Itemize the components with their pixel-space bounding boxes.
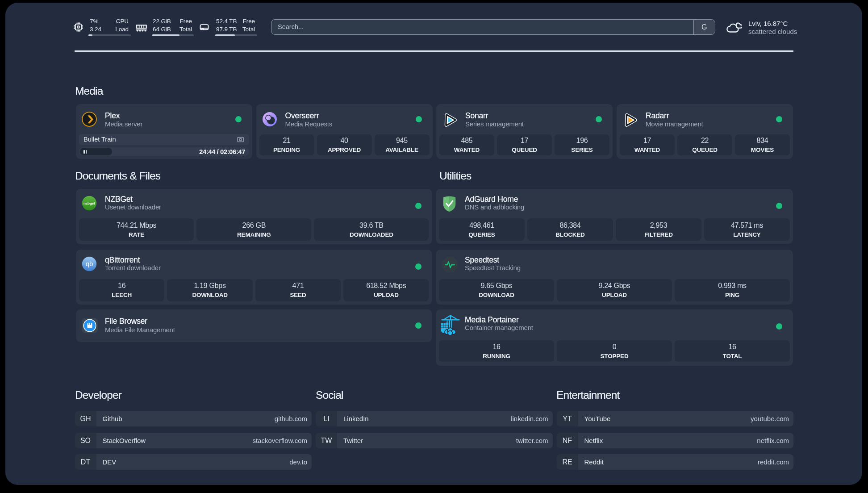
svg-text:qb: qb bbox=[86, 260, 93, 267]
svg-text:nzbget: nzbget bbox=[83, 201, 95, 205]
